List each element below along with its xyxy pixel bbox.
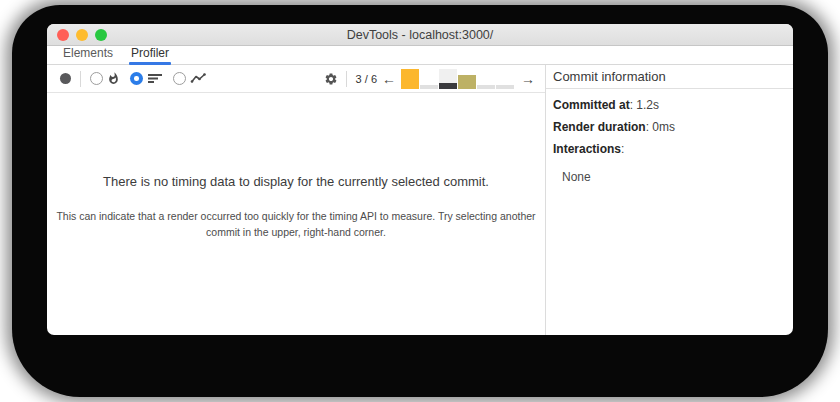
commit-bar[interactable] bbox=[477, 69, 495, 89]
commit-info-header: Commit information bbox=[546, 65, 793, 89]
no-data-message: There is no timing data to display for t… bbox=[47, 93, 545, 335]
devtools-window: DevTools - localhost:3000/ Elements Prof… bbox=[47, 24, 793, 335]
interactions-none-value: None bbox=[562, 170, 786, 184]
no-data-subtitle: This can indicate that a render occurred… bbox=[55, 209, 537, 241]
titlebar: DevTools - localhost:3000/ bbox=[47, 24, 793, 46]
commit-info-panel: Commit information Committed at: 1.2s Re… bbox=[545, 65, 793, 335]
toolbar-divider bbox=[80, 71, 81, 87]
render-duration-label: Render duration bbox=[553, 120, 646, 134]
profiler-panel: 3 / 6 ← → There is no timing data to dis… bbox=[47, 65, 545, 335]
toolbar-divider bbox=[346, 71, 347, 87]
close-window-button[interactable] bbox=[57, 29, 69, 41]
interactions-icon bbox=[190, 72, 207, 85]
committed-at-field: Committed at: 1.2s bbox=[553, 98, 786, 113]
interactions-radio[interactable] bbox=[173, 72, 186, 85]
zoom-window-button[interactable] bbox=[95, 29, 107, 41]
commit-bar[interactable] bbox=[458, 69, 476, 89]
ranked-chart-icon bbox=[147, 72, 163, 85]
commit-bar[interactable] bbox=[420, 69, 438, 89]
tab-elements[interactable]: Elements bbox=[61, 46, 115, 64]
commit-bar[interactable] bbox=[496, 69, 514, 89]
minimize-window-button[interactable] bbox=[76, 29, 88, 41]
next-commit-arrow-icon[interactable]: → bbox=[521, 72, 535, 86]
tab-profiler[interactable]: Profiler bbox=[129, 46, 171, 64]
view-option-ranked[interactable] bbox=[130, 72, 163, 85]
prev-commit-arrow-icon[interactable]: ← bbox=[382, 72, 396, 86]
tab-profiler-label: Profiler bbox=[131, 46, 169, 60]
record-profile-button[interactable] bbox=[60, 73, 71, 84]
ranked-radio[interactable] bbox=[130, 72, 143, 85]
active-tab-underline bbox=[129, 62, 171, 65]
interactions-colon: : bbox=[621, 142, 624, 156]
commit-info-body: Committed at: 1.2s Render duration: 0ms … bbox=[546, 89, 793, 184]
traffic-lights bbox=[57, 24, 114, 45]
view-option-flamegraph[interactable] bbox=[90, 72, 120, 85]
tab-bar: Elements Profiler bbox=[47, 46, 793, 65]
profiler-toolbar: 3 / 6 ← → bbox=[47, 65, 545, 93]
interactions-label: Interactions bbox=[553, 142, 621, 156]
commit-bar-chart[interactable] bbox=[401, 69, 514, 89]
committed-at-value: : 1.2s bbox=[630, 98, 659, 112]
commit-bar-selected[interactable] bbox=[439, 69, 457, 89]
screenshot-stage: DevTools - localhost:3000/ Elements Prof… bbox=[0, 0, 840, 402]
interactions-field: Interactions: bbox=[553, 142, 786, 157]
window-title: DevTools - localhost:3000/ bbox=[47, 28, 793, 42]
render-duration-field: Render duration: 0ms bbox=[553, 120, 786, 135]
commit-counter: 3 / 6 bbox=[356, 73, 377, 85]
settings-gear-icon[interactable] bbox=[324, 72, 338, 86]
view-option-interactions[interactable] bbox=[173, 72, 207, 85]
commit-bar[interactable] bbox=[401, 69, 419, 89]
flamegraph-radio[interactable] bbox=[90, 72, 103, 85]
render-duration-value: : 0ms bbox=[646, 120, 675, 134]
no-data-title: There is no timing data to display for t… bbox=[103, 174, 489, 189]
committed-at-label: Committed at bbox=[553, 98, 630, 112]
devtools-body: 3 / 6 ← → There is no timing data to dis… bbox=[47, 65, 793, 335]
flame-icon bbox=[107, 72, 120, 85]
